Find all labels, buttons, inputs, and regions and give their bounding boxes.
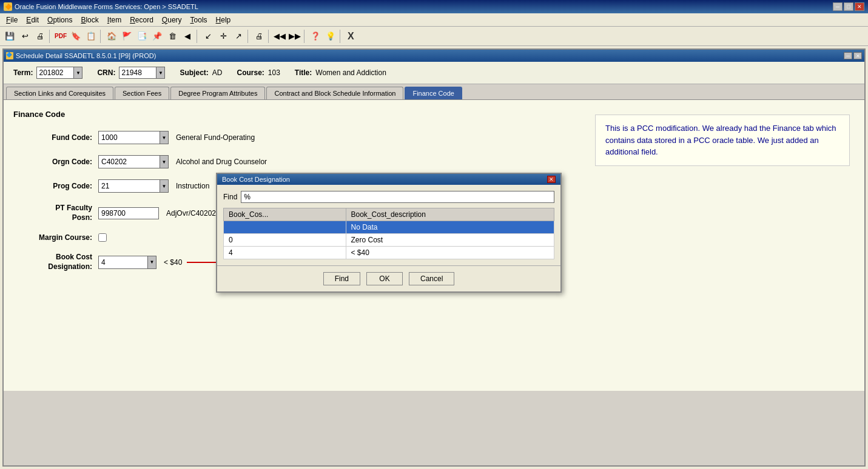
close-button[interactable]: ✕ xyxy=(855,2,864,11)
popup-content: Find Book_Cos... Book_Cost_description N… xyxy=(217,185,560,265)
prog-code-desc: Instruction xyxy=(176,182,209,190)
crn-label: CRN: xyxy=(97,68,115,77)
term-dropdown-arrow[interactable]: ▼ xyxy=(73,67,82,78)
toolbar-nav-out[interactable]: ↗ xyxy=(231,29,246,44)
fund-code-input-wrap: ▼ xyxy=(98,131,169,144)
toolbar-icon1[interactable]: 📋 xyxy=(84,29,98,44)
col-header-desc: Book_Cost_description xyxy=(346,208,554,221)
content-area: Finance Code This is a PCC modification.… xyxy=(4,100,864,391)
toolbar-nav-up[interactable]: 🏠 xyxy=(104,29,119,44)
popup-title-bar: Book Cost Designation ✕ xyxy=(217,174,560,185)
toolbar-cross[interactable]: ✛ xyxy=(216,29,230,44)
menu-block[interactable]: Block xyxy=(77,15,102,25)
prog-code-input[interactable] xyxy=(99,181,160,191)
toolbar-nav-copy[interactable]: 📑 xyxy=(135,29,149,44)
menu-file[interactable]: File xyxy=(2,15,21,25)
fund-code-label: Fund Code: xyxy=(13,133,98,142)
toolbar-sep-3 xyxy=(197,30,199,43)
row-lt40-code: 4 xyxy=(224,247,346,259)
toolbar-undo[interactable]: ↩ xyxy=(18,29,32,44)
find-input[interactable] xyxy=(241,191,554,203)
toolbar-prev-rec[interactable]: ◀◀ xyxy=(272,29,287,44)
menu-tools[interactable]: Tools xyxy=(187,15,211,25)
menu-edit[interactable]: Edit xyxy=(22,15,42,25)
minimize-button[interactable]: ─ xyxy=(833,2,843,11)
window-icon: 🔷 xyxy=(6,52,13,59)
tab-section-links[interactable]: Section Links and Corequisites xyxy=(6,87,113,99)
subject-value: AD xyxy=(212,68,223,77)
window-close-btn[interactable]: ✕ xyxy=(853,52,862,59)
header-area: Term: ▼ CRN: ▼ Subject: AD Course: 103 T… xyxy=(4,62,864,84)
popup-cancel-button[interactable]: Cancel xyxy=(409,272,454,285)
course-field: Course: 103 xyxy=(237,68,280,77)
term-input[interactable] xyxy=(37,68,73,78)
title-bar: 🔶 Oracle Fusion Middleware Forms Service… xyxy=(0,0,868,13)
prog-code-label: Prog Code: xyxy=(13,182,98,190)
toolbar-sep-1 xyxy=(49,30,52,43)
term-input-wrap: ▼ xyxy=(36,67,82,79)
toolbar-sep-7 xyxy=(340,30,342,43)
fund-code-input[interactable] xyxy=(99,132,160,143)
book-cost-desc: < $40 xyxy=(164,258,182,267)
menu-query[interactable]: Query xyxy=(158,15,186,25)
toolbar-help[interactable]: ❓ xyxy=(308,29,323,44)
tab-degree-program[interactable]: Degree Program Attributes xyxy=(170,87,265,99)
crn-input[interactable] xyxy=(119,68,156,78)
crn-field: CRN: ▼ xyxy=(97,67,165,79)
prog-code-input-wrap: ▼ xyxy=(98,179,169,193)
popup-close-button[interactable]: ✕ xyxy=(547,176,556,183)
toolbar-info[interactable]: 💡 xyxy=(323,29,338,44)
toolbar-nav-in[interactable]: ↙ xyxy=(201,29,215,44)
tabs-area: Section Links and Corequisites Section F… xyxy=(4,84,864,100)
orgn-code-desc: Alcohol and Drug Counselor xyxy=(176,158,267,166)
toolbar-save[interactable]: 💾 xyxy=(2,29,17,44)
table-row-nodata[interactable]: No Data xyxy=(224,221,554,234)
toolbar-sep-5 xyxy=(268,30,271,43)
table-row-zerocost[interactable]: 0 Zero Cost xyxy=(224,234,554,247)
toolbar-red1[interactable]: 🔖 xyxy=(69,29,83,44)
popup-ok-button[interactable]: OK xyxy=(366,272,403,285)
menu-options[interactable]: Options xyxy=(44,15,76,25)
toolbar-next-rec[interactable]: ▶▶ xyxy=(288,29,302,44)
maximize-button[interactable]: □ xyxy=(844,2,853,11)
crn-dropdown-arrow[interactable]: ▼ xyxy=(156,67,164,78)
toolbar-nav-back[interactable]: ◀ xyxy=(180,29,195,44)
col-header-code: Book_Cos... xyxy=(224,208,346,221)
fund-code-dropdown[interactable]: ▼ xyxy=(160,131,168,144)
course-label: Course: xyxy=(237,68,264,77)
popup-find-button[interactable]: Find xyxy=(323,272,360,285)
book-cost-dropdown[interactable]: ▼ xyxy=(147,256,156,268)
toolbar-x-button[interactable]: X xyxy=(344,31,358,42)
toolbar-nav-flag[interactable]: 🚩 xyxy=(119,29,134,44)
tab-contract-block[interactable]: Contract and Block Schedule Information xyxy=(266,87,403,99)
info-box: This is a PCC modification. We already h… xyxy=(595,115,850,166)
orgn-code-input[interactable] xyxy=(99,156,160,167)
menu-item[interactable]: Item xyxy=(104,15,125,25)
popup-table: Book_Cos... Book_Cost_description No Dat… xyxy=(223,208,554,259)
toolbar-print2[interactable]: 🖨 xyxy=(252,29,266,44)
toolbar-nav-delete[interactable]: 🗑 xyxy=(165,29,180,44)
tab-finance-code[interactable]: Finance Code xyxy=(405,87,462,99)
prog-code-dropdown[interactable]: ▼ xyxy=(160,180,168,192)
tab-section-fees[interactable]: Section Fees xyxy=(115,87,169,99)
subject-label: Subject: xyxy=(180,68,208,77)
toolbar-sep-6 xyxy=(304,30,306,43)
menu-record[interactable]: Record xyxy=(126,15,157,25)
row-zerocost-code: 0 xyxy=(224,234,346,247)
window-minimize-btn[interactable]: ─ xyxy=(844,52,852,59)
orgn-code-dropdown[interactable]: ▼ xyxy=(160,156,168,168)
window-title-bar: 🔷 Schedule Detail SSADETL 8.5.0.1 [P9] (… xyxy=(4,50,864,62)
margin-course-checkbox[interactable] xyxy=(98,233,107,242)
toolbar-pdf[interactable]: PDF xyxy=(53,29,68,44)
margin-course-checkbox-wrap xyxy=(98,233,107,242)
info-text: This is a PCC modification. We already h… xyxy=(605,124,836,156)
title-value: Women and Addiction xyxy=(315,68,386,77)
table-row-lt40[interactable]: 4 < $40 xyxy=(224,247,554,259)
book-cost-popup: Book Cost Designation ✕ Find Book_Cos...… xyxy=(216,173,562,293)
book-cost-input[interactable] xyxy=(99,257,147,268)
menu-help[interactable]: Help xyxy=(212,15,235,25)
toolbar-nav-paste[interactable]: 📌 xyxy=(150,29,164,44)
pt-faculty-input[interactable] xyxy=(98,207,159,219)
row-lt40-desc: < $40 xyxy=(346,247,554,259)
toolbar-print1[interactable]: 🖨 xyxy=(33,29,47,44)
